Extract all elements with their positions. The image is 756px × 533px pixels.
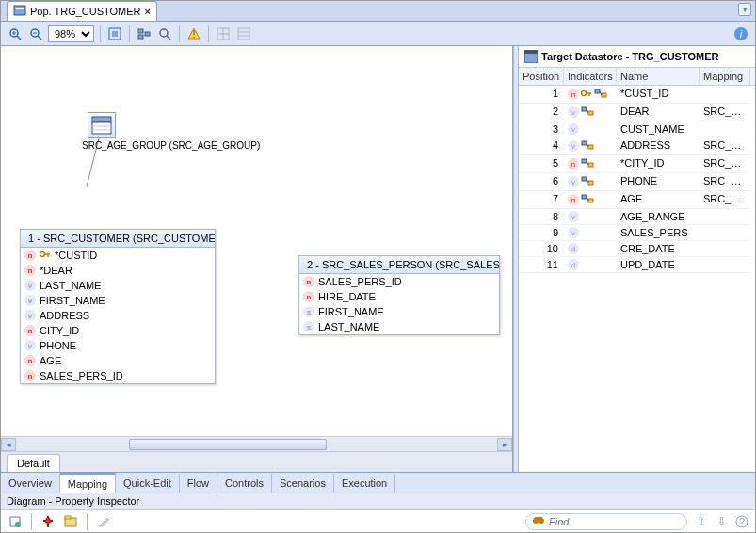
tab-quick-edit[interactable]: Quick-Edit bbox=[116, 474, 180, 493]
column-row[interactable]: nHIRE_DATE bbox=[299, 289, 499, 304]
tab-execution[interactable]: Execution bbox=[334, 474, 395, 493]
table-row[interactable]: 4vADDRESSSRC_C... bbox=[519, 137, 755, 155]
indicator-icon: v bbox=[24, 340, 36, 351]
grid-icon[interactable] bbox=[215, 25, 232, 42]
tab-controls[interactable]: Controls bbox=[217, 474, 272, 493]
node-header[interactable]: 2 - SRC_SALES_PERSON (SRC_SALES_PERSON) bbox=[299, 256, 499, 274]
mapping-icon bbox=[581, 193, 594, 206]
column-name: ADDRESS bbox=[40, 310, 89, 321]
find-next-icon[interactable]: ⇩ bbox=[714, 514, 729, 529]
table-row[interactable]: 11dUPD_DATE bbox=[519, 257, 755, 273]
column-row[interactable]: nAGE bbox=[21, 353, 215, 368]
zoom-select[interactable]: 98% bbox=[48, 25, 94, 42]
separator bbox=[100, 25, 101, 42]
type-indicator-icon: v bbox=[568, 227, 579, 238]
table-row[interactable]: 9vSALES_PERS bbox=[519, 225, 755, 241]
svg-rect-0 bbox=[14, 6, 25, 15]
svg-rect-28 bbox=[92, 122, 111, 134]
diagram-canvas[interactable]: SRC_AGE_GROUP (SRC_AGE_GROUP) 1 - SRC_CU… bbox=[1, 46, 512, 436]
zoom-in-icon[interactable] bbox=[7, 25, 24, 42]
search-icon[interactable] bbox=[156, 25, 173, 42]
src-customer-node[interactable]: 1 - SRC_CUSTOMER (SRC_CUSTOMER) n*CUSTID… bbox=[20, 229, 216, 384]
table-icon bbox=[524, 50, 538, 63]
tab-scenarios[interactable]: Scenarios bbox=[272, 474, 334, 493]
svg-rect-52 bbox=[582, 159, 587, 163]
tab-mapping[interactable]: Mapping bbox=[60, 473, 116, 493]
col-name[interactable]: Name bbox=[617, 68, 700, 85]
svg-rect-39 bbox=[524, 50, 538, 54]
cell-mapping: SRC_C... bbox=[700, 137, 750, 155]
col-mapping[interactable]: Mapping bbox=[700, 68, 750, 85]
type-indicator-icon: v bbox=[568, 123, 579, 135]
cell-name: CRE_DATE bbox=[617, 241, 700, 257]
scroll-left-icon[interactable]: ◂ bbox=[1, 438, 16, 451]
table-row[interactable]: 3vCUST_NAME bbox=[519, 121, 755, 137]
cell-name: DEAR bbox=[617, 104, 700, 121]
column-row[interactable]: nCITY_ID bbox=[21, 323, 215, 338]
column-row[interactable]: vPHONE bbox=[21, 338, 215, 353]
column-row[interactable]: n*CUSTID bbox=[21, 248, 215, 263]
cell-position: 10 bbox=[519, 241, 564, 257]
scrollbar-thumb[interactable] bbox=[129, 439, 327, 450]
column-row[interactable]: nSALES_PERS_ID bbox=[21, 368, 215, 383]
edit-icon[interactable] bbox=[95, 513, 112, 530]
src-age-group-node[interactable]: SRC_AGE_GROUP (SRC_AGE_GROUP) bbox=[82, 112, 260, 151]
separator bbox=[179, 25, 180, 42]
pin-icon[interactable] bbox=[40, 513, 56, 530]
column-row[interactable]: vADDRESS bbox=[21, 308, 215, 323]
column-name: CITY_ID bbox=[40, 325, 79, 336]
tab-flow[interactable]: Flow bbox=[180, 474, 217, 493]
column-row[interactable]: sFIRST_NAME bbox=[299, 304, 499, 319]
horizontal-scrollbar[interactable]: ◂ ▸ bbox=[1, 436, 512, 451]
cell-name: PHONE bbox=[617, 173, 700, 191]
type-indicator-icon: n bbox=[568, 89, 579, 100]
cell-indicators: d bbox=[564, 257, 617, 273]
fit-icon[interactable] bbox=[106, 25, 123, 42]
zoom-out-icon[interactable] bbox=[27, 25, 44, 42]
table-row[interactable]: 6vPHONESRC_C... bbox=[519, 173, 755, 191]
freeze-icon[interactable] bbox=[7, 513, 24, 530]
cell-name: SALES_PERS bbox=[617, 225, 700, 241]
layout-icon[interactable] bbox=[136, 25, 153, 42]
info-icon[interactable]: i bbox=[732, 25, 749, 42]
cell-mapping: SRC_C... bbox=[700, 191, 750, 209]
svg-rect-55 bbox=[582, 177, 587, 181]
separator bbox=[31, 513, 32, 530]
table-row[interactable]: 5n*CITY_IDSRC_C... bbox=[519, 155, 755, 173]
scroll-right-icon[interactable]: ▸ bbox=[497, 438, 512, 451]
help-icon[interactable]: ? bbox=[734, 514, 749, 529]
column-row[interactable]: sLAST_NAME bbox=[299, 319, 499, 334]
svg-point-14 bbox=[160, 29, 168, 37]
grid2-icon[interactable] bbox=[235, 25, 252, 42]
table-row[interactable]: 8vAGE_RANGE bbox=[519, 209, 755, 225]
svg-rect-12 bbox=[138, 35, 143, 39]
find-input[interactable] bbox=[549, 516, 681, 527]
cell-indicators: v bbox=[564, 137, 617, 155]
cell-name: ADDRESS bbox=[617, 137, 700, 155]
cell-indicators: v bbox=[564, 225, 617, 241]
cell-position: 8 bbox=[519, 209, 564, 225]
minimize-button[interactable]: ▾ bbox=[738, 3, 751, 16]
column-row[interactable]: vLAST_NAME bbox=[21, 278, 215, 293]
column-row[interactable]: n*DEAR bbox=[21, 263, 215, 278]
column-row[interactable]: nSALES_PERS_ID bbox=[299, 274, 499, 289]
src-sales-person-node[interactable]: 2 - SRC_SALES_PERSON (SRC_SALES_PERSON) … bbox=[298, 255, 500, 335]
column-row[interactable]: vFIRST_NAME bbox=[21, 293, 215, 308]
explorer-icon[interactable] bbox=[62, 513, 79, 530]
node-header[interactable]: 1 - SRC_CUSTOMER (SRC_CUSTOMER) bbox=[21, 230, 215, 248]
table-row[interactable]: 10dCRE_DATE bbox=[519, 241, 755, 257]
warning-icon[interactable]: ! bbox=[185, 25, 202, 42]
target-column-headers: Position Indicators Name Mapping bbox=[519, 68, 755, 86]
table-row[interactable]: 2vDEARSRC_C... bbox=[519, 104, 755, 121]
table-row[interactable]: 7nAGESRC_C... bbox=[519, 191, 755, 209]
table-row[interactable]: 1n*CUST_ID bbox=[519, 86, 755, 104]
tab-overview[interactable]: Overview bbox=[1, 474, 60, 493]
find-prev-icon[interactable]: ⇧ bbox=[693, 514, 708, 529]
col-position[interactable]: Position bbox=[519, 68, 564, 85]
type-indicator-icon: n bbox=[568, 194, 579, 205]
type-indicator-icon: d bbox=[568, 243, 579, 254]
col-indicators[interactable]: Indicators bbox=[564, 68, 617, 85]
tab-default[interactable]: Default bbox=[7, 454, 60, 472]
editor-tab[interactable]: Pop. TRG_CUSTOMER × bbox=[7, 1, 157, 21]
close-icon[interactable]: × bbox=[145, 6, 151, 17]
